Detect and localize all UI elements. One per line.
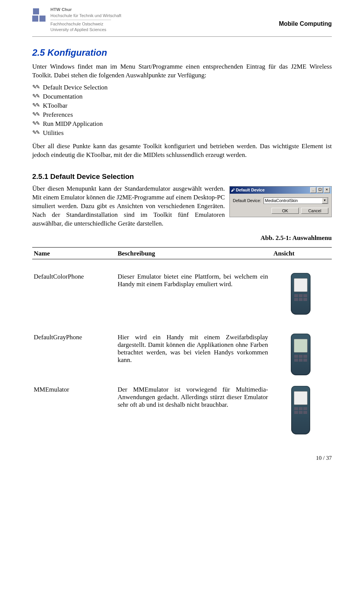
bullet-item: Run MIDP Application xyxy=(43,120,332,128)
uni-name: HTW Chur xyxy=(50,7,121,13)
table-row: MMEmulator Der MMEmulator ist vorwiegend… xyxy=(32,381,332,440)
page-number: 10 / 37 xyxy=(32,455,332,461)
section-heading: 2.5 Konfiguration xyxy=(32,47,332,58)
uni-line-3: University of Applied Sciences xyxy=(50,27,121,33)
bullet-item: Default Device Selection xyxy=(43,84,332,91)
phone-image-color xyxy=(291,273,311,315)
dialog-box: Default Device _ ☐ × Default Device: Med… xyxy=(229,186,332,217)
th-desc: Beschreibung xyxy=(116,248,272,259)
section-outro: Über all diese Punkte kann das gesamte T… xyxy=(32,142,332,160)
row-name: DefaultGrayPhone xyxy=(32,328,116,381)
cancel-button[interactable]: Cancel xyxy=(301,208,328,214)
university-text: HTW Chur Hochschule für Technik und Wirt… xyxy=(50,7,121,33)
bullet-item: Preferences xyxy=(43,111,332,119)
row-desc: Hier wird ein Handy mit einem Zweifarbdi… xyxy=(116,328,272,381)
row-view xyxy=(272,328,332,381)
table-row: DefaultColorPhone Dieser Emulator bietet… xyxy=(32,268,332,320)
figure-caption: Abb. 2.5-1: Auswahlmenu xyxy=(32,234,332,243)
ok-button[interactable]: OK xyxy=(271,208,299,214)
dialog-label: Default Device: xyxy=(233,198,261,203)
th-view: Ansicht xyxy=(272,248,332,259)
row-desc: Der MMEmulator ist vorwiegend für Multim… xyxy=(116,381,272,440)
bullet-item: Utilities xyxy=(43,129,332,137)
page-header: HTW Chur Hochschule für Technik und Wirt… xyxy=(32,0,332,37)
subsection-heading: 2.5.1 Default Device Selection xyxy=(32,172,332,181)
bullet-item: Documentation xyxy=(43,93,332,100)
table-row: DefaultGrayPhone Hier wird ein Handy mit… xyxy=(32,328,332,381)
uni-line-2: Fachhochschule Ostschweiz xyxy=(50,21,121,27)
close-icon[interactable]: × xyxy=(324,187,330,193)
dialog-titlebar: Default Device _ ☐ × xyxy=(230,187,331,194)
java-icon xyxy=(231,188,236,192)
row-view xyxy=(272,381,332,440)
figure-default-device-dialog: Default Device _ ☐ × Default Device: Med… xyxy=(229,186,332,217)
row-desc: Dieser Emulator bietet eine Plattform, b… xyxy=(116,268,272,320)
dialog-title-text: Default Device xyxy=(236,188,265,192)
minimize-icon[interactable]: _ xyxy=(310,187,316,193)
phone-image-mm xyxy=(291,386,310,434)
row-name: MMEmulator xyxy=(32,381,116,440)
phone-image-gray xyxy=(291,334,311,375)
device-select[interactable]: MediaControlSkin ▼ xyxy=(264,197,328,204)
device-select-value: MediaControlSkin xyxy=(265,198,298,203)
section-intro: Unter Windows findet man im Menu Start/P… xyxy=(32,63,332,80)
bullet-list: Default Device Selection Documentation K… xyxy=(32,84,332,137)
logo xyxy=(32,8,46,22)
uni-subtitle: Hochschule für Technik und Wirtschaft xyxy=(50,13,121,19)
row-view xyxy=(272,268,332,320)
course-title: Mobile Computing xyxy=(279,7,332,27)
bullet-item: KToolbar xyxy=(43,102,332,110)
maximize-icon[interactable]: ☐ xyxy=(317,187,323,193)
emulator-table: Name Beschreibung Ansicht DefaultColorPh… xyxy=(32,247,332,440)
chevron-down-icon[interactable]: ▼ xyxy=(322,198,328,204)
th-name: Name xyxy=(32,248,116,259)
row-name: DefaultColorPhone xyxy=(32,268,116,320)
